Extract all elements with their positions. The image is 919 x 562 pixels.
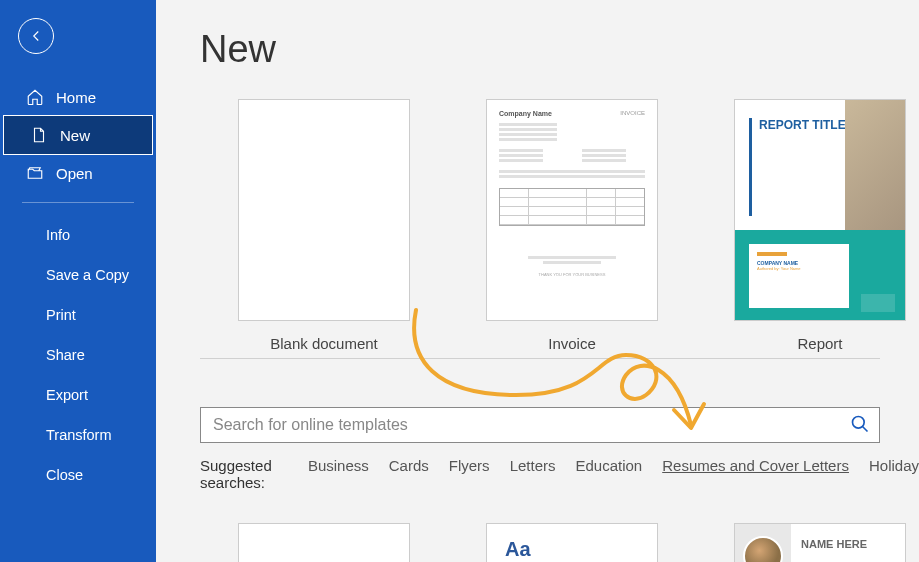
document-icon xyxy=(30,126,48,144)
suggested-link-flyers[interactable]: Flyers xyxy=(449,457,490,474)
search-icon xyxy=(850,414,870,434)
search-input[interactable] xyxy=(200,407,880,443)
sidebar-item-close[interactable]: Close xyxy=(0,455,156,495)
templates-row: Blank document Company Name INVOICE xyxy=(200,99,919,352)
backstage-sidebar: Home New Open Info Save a Copy Print Sha… xyxy=(0,0,156,562)
suggested-link-letters[interactable]: Letters xyxy=(510,457,556,474)
sidebar-item-new[interactable]: New xyxy=(4,116,152,154)
template-thumb xyxy=(238,99,410,321)
section-divider xyxy=(200,358,880,359)
template-thumb: Company Name INVOICE xyxy=(486,99,658,321)
sidebar-item-home[interactable]: Home xyxy=(0,78,156,116)
avatar xyxy=(743,536,783,562)
sidebar-item-save-copy[interactable]: Save a Copy xyxy=(0,255,156,295)
suggested-label: Suggested searches: xyxy=(200,457,288,491)
template-report[interactable]: REPORT TITLE 20xx COMPANY NAME Authored … xyxy=(734,99,906,352)
search-button[interactable] xyxy=(850,414,870,438)
suggested-link-education[interactable]: Education xyxy=(575,457,642,474)
sidebar-item-label: Open xyxy=(56,165,93,182)
template-label: Blank document xyxy=(270,335,378,352)
template-label: Report xyxy=(797,335,842,352)
sidebar-item-info[interactable]: Info xyxy=(0,215,156,255)
template-label: Invoice xyxy=(548,335,596,352)
suggested-link-resumes[interactable]: Resumes and Cover Letters xyxy=(662,457,849,474)
page-title: New xyxy=(200,28,919,71)
sidebar-item-export[interactable]: Export xyxy=(0,375,156,415)
template-thumb: REPORT TITLE 20xx COMPANY NAME Authored … xyxy=(734,99,906,321)
suggested-link-cards[interactable]: Cards xyxy=(389,457,429,474)
sidebar-item-label: Home xyxy=(56,89,96,106)
resume-name-text: NAME HERE xyxy=(801,538,867,551)
sidebar-divider xyxy=(22,202,134,203)
sidebar-item-label: New xyxy=(60,127,90,144)
template-blank-document[interactable]: Blank document xyxy=(238,99,410,352)
back-button[interactable] xyxy=(18,18,54,54)
suggested-link-business[interactable]: Business xyxy=(308,457,369,474)
template-card[interactable]: Aa xyxy=(486,523,658,562)
svg-point-0 xyxy=(853,417,865,429)
main-content: New Blank document Company Name INVOICE xyxy=(156,0,919,562)
home-icon xyxy=(26,88,44,106)
arrow-left-icon xyxy=(27,27,45,45)
sidebar-item-print[interactable]: Print xyxy=(0,295,156,335)
suggested-searches: Suggested searches: Business Cards Flyer… xyxy=(200,457,919,491)
search-row xyxy=(200,407,880,443)
sidebar-item-share[interactable]: Share xyxy=(0,335,156,375)
sidebar-item-open[interactable]: Open xyxy=(0,154,156,192)
template-invoice[interactable]: Company Name INVOICE xyxy=(486,99,658,352)
folder-icon xyxy=(26,164,44,182)
template-resume-card[interactable]: NAME HERE xyxy=(734,523,906,562)
template-aa-text: Aa xyxy=(505,538,531,561)
suggested-link-holiday[interactable]: Holiday xyxy=(869,457,919,474)
svg-line-1 xyxy=(863,427,868,432)
bottom-templates-row: Aa NAME HERE xyxy=(200,523,919,562)
sidebar-item-transform[interactable]: Transform xyxy=(0,415,156,455)
template-card[interactable] xyxy=(238,523,410,562)
